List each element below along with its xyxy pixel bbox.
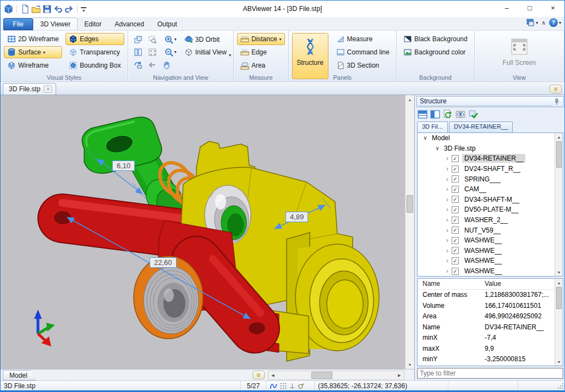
scroll-up-button[interactable]: ▲ (405, 95, 414, 104)
scroll-up-button[interactable]: ▲ (555, 279, 563, 286)
tile-windows-button[interactable] (131, 46, 145, 58)
item-checkbox[interactable]: ✓ (452, 206, 459, 213)
tree-item[interactable]: ›✓DV24-SHAFT_R__ (418, 164, 563, 174)
initial-view-button[interactable]: Initial View (181, 46, 230, 58)
split-horizontal-icon[interactable] (418, 109, 427, 119)
structure-tab-part[interactable]: DV34-RETAINER__ (449, 122, 513, 132)
tree-item[interactable]: ›✓WASHER_2__ (418, 215, 563, 225)
model-tab[interactable]: Model (3, 370, 36, 380)
tree-item[interactable]: ›✓WASHWE__ (418, 256, 563, 266)
minimize-button[interactable]: – (495, 1, 518, 15)
transparency-button[interactable]: Transparency (65, 46, 124, 58)
item-checkbox[interactable]: ✓ (452, 227, 459, 234)
item-checkbox[interactable]: ✓ (452, 268, 459, 275)
black-background-button[interactable]: Black Background (400, 33, 471, 45)
item-checkbox[interactable]: ✓ (452, 186, 459, 193)
chevron-down-icon[interactable]: ▾ (279, 37, 282, 42)
chevron-right-icon[interactable]: › (443, 156, 452, 161)
item-checkbox[interactable]: ✓ (452, 155, 459, 162)
tree-file-row[interactable]: ∨ 3D File.stp (418, 143, 563, 154)
panel-collapse-button[interactable] (550, 85, 562, 93)
tree-item[interactable]: ›✓NUT_V59__ (418, 225, 563, 235)
scroll-down-button[interactable]: ▼ (405, 360, 414, 369)
distance-button[interactable]: Distance▾ (237, 33, 285, 45)
resize-grip[interactable] (557, 382, 564, 390)
properties-scrollbar[interactable]: ▲ ▼ (555, 279, 563, 366)
scrollbar-thumb[interactable] (311, 372, 332, 379)
tree-item[interactable]: ›✓WASHWE__ (418, 246, 563, 256)
strip-collapse-button[interactable] (253, 371, 265, 379)
pin-icon[interactable] (553, 98, 561, 106)
document-tab[interactable]: 3D File.stp × (3, 83, 56, 95)
pan-button[interactable] (160, 59, 173, 71)
grid-snap-icon[interactable] (279, 382, 287, 390)
chevron-right-icon[interactable]: › (443, 258, 452, 263)
chevron-right-icon[interactable]: › (443, 207, 452, 212)
background-color-button[interactable]: Background color (400, 46, 471, 58)
tab-3d-viewer[interactable]: 3D Viewer (33, 18, 78, 30)
scroll-down-button[interactable]: ▼ (555, 358, 563, 366)
structure-tab-file[interactable]: 3D Fil... (417, 122, 448, 132)
item-checkbox[interactable]: ✓ (452, 247, 459, 254)
scrollbar-thumb[interactable] (556, 141, 562, 168)
viewport-vertical-scrollbar[interactable]: ▲ ▼ (405, 95, 414, 369)
3d-section-button[interactable]: 3D Section (333, 59, 393, 71)
3d-viewport[interactable]: 6,10 4,89 22,60 ▲ ▼ (1, 95, 414, 369)
chevron-right-icon[interactable]: › (443, 186, 452, 192)
tree-item[interactable]: ›✓DV34-SHAFT-M__ (418, 195, 563, 205)
scroll-down-button[interactable]: ▼ (555, 268, 563, 276)
viewport-horizontal-scrollbar[interactable]: ◀ ▶ (268, 371, 404, 380)
refresh-icon[interactable] (443, 109, 453, 119)
ortho-mode-icon[interactable]: ⊥ (289, 382, 295, 390)
apply-selection-icon[interactable] (468, 109, 478, 119)
item-checkbox[interactable]: ✓ (452, 165, 459, 173)
tab-editor[interactable]: Editor (78, 18, 108, 30)
chevron-down-icon[interactable]: ▾ (43, 50, 45, 55)
zoom-window-button[interactable] (146, 34, 159, 46)
structure-panel-header[interactable]: Structure (416, 96, 564, 107)
filter-input[interactable] (418, 369, 563, 377)
tree-root-row[interactable]: ∨ Model (418, 133, 563, 143)
scrollbar-thumb[interactable] (556, 287, 562, 309)
tree-scrollbar[interactable]: ▲ ▼ (555, 133, 563, 276)
chevron-right-icon[interactable]: › (443, 248, 452, 253)
wireframe-button[interactable]: Wireframe (4, 59, 62, 71)
edge-button[interactable]: Edge (237, 46, 285, 58)
command-line-button[interactable]: Command line (333, 46, 393, 58)
surface-button[interactable]: Surface▾ (4, 46, 62, 58)
item-checkbox[interactable]: ✓ (452, 257, 459, 264)
chevron-down-icon[interactable]: ∨ (421, 135, 430, 141)
tab-advanced[interactable]: Advanced (108, 18, 151, 30)
rotate-35-button[interactable] (131, 59, 145, 71)
open-file-icon[interactable] (31, 4, 41, 14)
chevron-right-icon[interactable]: › (443, 238, 452, 243)
scroll-left-button[interactable]: ◀ (268, 371, 277, 379)
chevron-right-icon[interactable]: › (443, 217, 452, 223)
scrollbar-thumb[interactable] (407, 195, 413, 213)
item-checkbox[interactable]: ✓ (452, 196, 459, 203)
spline-mode-icon[interactable] (270, 382, 277, 390)
chevron-down-icon[interactable]: ∨ (433, 146, 442, 151)
collapse-ribbon-button[interactable]: ∧ (541, 19, 546, 26)
tree-item[interactable]: ›✓SPRING___ (418, 174, 563, 184)
split-vertical-icon[interactable] (430, 109, 440, 119)
tree-item[interactable]: ›✓DV50-PLATE-M__ (418, 205, 563, 215)
chevron-right-icon[interactable]: › (443, 176, 452, 182)
previous-view-button[interactable] (146, 59, 159, 71)
zoom-in-button[interactable]: ▾ (160, 34, 181, 46)
cascade-windows-button[interactable] (131, 34, 145, 46)
save-file-icon[interactable] (42, 4, 52, 14)
area-button[interactable]: Area (237, 59, 285, 71)
chevron-right-icon[interactable]: › (443, 268, 452, 274)
chevron-right-icon[interactable]: › (443, 197, 452, 202)
scroll-right-button[interactable]: ▶ (395, 371, 404, 379)
item-checkbox[interactable]: ✓ (452, 217, 459, 224)
views-gallery-dropdown-icon[interactable]: ▾ (229, 53, 231, 58)
zoom-out-button[interactable]: ▾ (160, 46, 181, 58)
item-checkbox[interactable]: ✓ (452, 175, 459, 183)
edges-button[interactable]: Edges (65, 33, 124, 45)
chevron-right-icon[interactable]: › (443, 166, 452, 172)
style-switcher-button[interactable]: ▾ (526, 18, 538, 27)
tree-item[interactable]: ›✓DV34-RETAINER__ (418, 153, 563, 164)
2d-wireframe-button[interactable]: 2D Wireframe (4, 33, 62, 45)
